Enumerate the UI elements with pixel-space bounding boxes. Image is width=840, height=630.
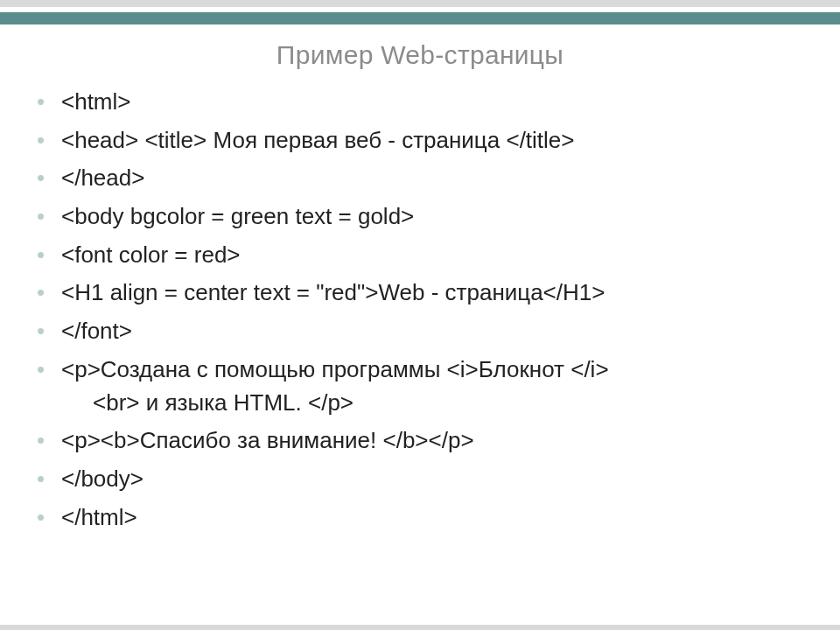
border-teal [0,12,840,24]
list-item: </font> [37,315,814,348]
list-item: <p>Создана с помощью программы <i>Блокно… [37,354,814,419]
list-item-line1: <p>Создана с помощью программы <i>Блокно… [61,356,609,382]
decorative-top-border [0,0,840,24]
list-item: <p><b>Спасибо за внимание! </b></p> [37,424,814,458]
list-item: <body bgcolor = green text = gold> [37,200,814,234]
list-item: <html> [37,86,814,119]
slide-container: Пример Web-страницы <html> <head> <title… [0,0,840,630]
list-item-line2: <br> и языка HTML. </p> [61,387,814,420]
list-item: </html> [37,501,814,535]
list-item: <H1 align = center text = "red">Web - ст… [37,276,814,310]
slide-title: Пример Web-страницы [0,40,840,70]
list-item: <head> <title> Моя первая веб - страница… [37,124,814,158]
list-item: <font color = red> [37,239,814,272]
border-light-1 [0,0,840,7]
list-item: </head> [37,162,814,195]
list-item: </body> [37,463,814,496]
bullet-list: <html> <head> <title> Моя первая веб - с… [0,86,840,534]
